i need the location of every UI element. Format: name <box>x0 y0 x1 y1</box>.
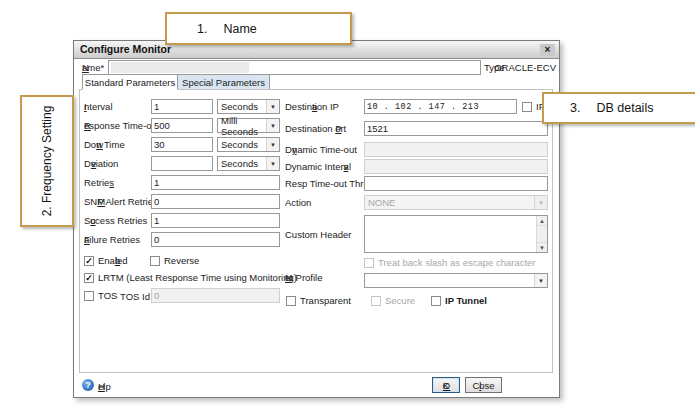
ok-button-label: OK <box>443 380 449 391</box>
ip-tunnel-checkbox[interactable]: IP Tunnel <box>431 295 487 306</box>
net-profile-select[interactable]: ▼ <box>364 273 548 288</box>
secure-checkbox: Secure <box>371 295 415 306</box>
chevron-down-icon: ▼ <box>266 138 279 151</box>
checkbox-label: IP Tunnel <box>445 295 487 306</box>
chevron-down-icon: ▼ <box>266 157 279 170</box>
success-retries-label: Success Retries <box>84 215 147 226</box>
net-profile-label: Net Profile <box>285 272 323 283</box>
page: Configure Monitor × Name* Type ORACLE-EC… <box>0 0 695 409</box>
selected-unit: Seconds <box>221 101 266 112</box>
dynamic-timeout-label: Dynamic Time-out <box>285 144 357 155</box>
selected-unit: Seconds <box>221 139 266 150</box>
action-label: Action <box>285 197 311 208</box>
checkbox-label: Treat back slash as escape character <box>378 257 536 268</box>
transparent-checkbox[interactable]: Transparent <box>286 295 351 306</box>
scroll-down-icon[interactable]: ▼ <box>537 242 547 252</box>
name-label: Name* <box>82 62 104 73</box>
deviation-unit-select[interactable]: Seconds ▼ <box>217 156 280 171</box>
retries-label: Retries <box>84 177 109 188</box>
checkbox-label: LRTM (Least Response Time using Monitori… <box>98 272 297 283</box>
failure-retries-input[interactable] <box>151 232 280 247</box>
tos-id-input[interactable] <box>151 288 280 303</box>
dialog-title: Configure Monitor <box>80 43 171 55</box>
deviation-input[interactable] <box>151 156 213 171</box>
close-button-label: Close <box>472 380 494 391</box>
checkbox-box <box>371 296 381 306</box>
close-button[interactable]: Close <box>465 377 502 393</box>
checkbox-label: Transparent <box>300 295 351 306</box>
tos-checkbox[interactable]: TOS <box>84 290 117 301</box>
destination-ip-label: Destination IP <box>285 101 339 112</box>
dynamic-interval-input <box>364 159 548 174</box>
response-timeout-label: Response Time-out <box>84 120 160 131</box>
enabled-checkbox[interactable]: ✓ Enabled <box>84 255 128 266</box>
success-retries-input[interactable] <box>151 213 280 228</box>
lrtm-checkbox[interactable]: ✓ LRTM (Least Response Time using Monito… <box>84 272 297 283</box>
selected-unit: Milli Seconds <box>221 115 266 137</box>
ok-button[interactable]: OK <box>432 377 460 393</box>
tab-standard-parameters[interactable]: Standard Parameters <box>82 74 178 90</box>
callout-label: 2. Frequency Setting <box>40 106 54 217</box>
failure-retries-label: Failure Retries <box>84 234 140 245</box>
deviation-label: Deviation <box>84 158 118 169</box>
selected-action: NONE <box>368 197 534 208</box>
down-time-input[interactable] <box>151 137 213 152</box>
checkbox-label: Secure <box>385 295 415 306</box>
checkbox-box: ✓ <box>84 256 94 266</box>
help-icon[interactable]: ? <box>82 379 94 391</box>
reverse-checkbox[interactable]: Reverse <box>150 255 199 266</box>
help-link[interactable]: Help <box>98 381 111 392</box>
checkbox-label: TOS <box>98 290 117 301</box>
selected-unit: Seconds <box>221 158 266 169</box>
interval-unit-select[interactable]: Seconds ▼ <box>217 99 280 114</box>
checkbox-box <box>522 102 532 112</box>
tab-label: Standard Parameters <box>85 77 175 88</box>
tos-id-label: TOS Id <box>120 291 150 302</box>
tab-label: Special Parameters <box>182 77 265 88</box>
treat-backslash-checkbox: Treat back slash as escape character <box>364 257 536 268</box>
checkbox-box <box>150 256 160 266</box>
destination-port-input[interactable] <box>364 121 548 136</box>
retries-input[interactable] <box>151 175 280 190</box>
dynamic-timeout-input <box>364 142 548 157</box>
type-value: ORACLE-ECV <box>494 62 556 73</box>
checkbox-label: Reverse <box>164 255 199 266</box>
close-icon[interactable]: × <box>540 44 555 56</box>
interval-input[interactable] <box>151 99 213 114</box>
tab-special-parameters[interactable]: Special Parameters <box>178 74 270 90</box>
configure-monitor-dialog: Configure Monitor × Name* Type ORACLE-EC… <box>73 40 560 398</box>
response-timeout-unit-select[interactable]: Milli Seconds ▼ <box>217 118 280 133</box>
name-value-redaction <box>111 62 249 73</box>
chevron-down-icon: ▼ <box>266 119 279 132</box>
checkbox-box <box>364 258 374 268</box>
chevron-down-icon: ▼ <box>266 100 279 113</box>
scroll-up-icon[interactable]: ▲ <box>537 216 547 226</box>
callout-label: DB details <box>596 101 653 115</box>
interval-label: Interval <box>84 101 113 112</box>
resp-timeout-threshold-input[interactable] <box>364 176 548 191</box>
destination-ip-input[interactable] <box>364 99 517 114</box>
snmp-alert-retries-label: SNMP Alert Retries <box>84 196 158 207</box>
checkbox-box <box>286 296 296 306</box>
custom-header-label: Custom Header <box>285 229 352 240</box>
checkbox-box: ✓ <box>84 273 94 283</box>
snmp-alert-retries-input[interactable] <box>151 194 280 209</box>
destination-port-label: Destination Port <box>285 123 346 134</box>
callout-label: Name <box>223 22 256 36</box>
custom-header-textarea[interactable]: ▲ ▼ <box>364 215 548 253</box>
callout-frequency-setting: 2. Frequency Setting <box>20 95 74 227</box>
down-time-unit-select[interactable]: Seconds ▼ <box>217 137 280 152</box>
chevron-down-icon: ▼ <box>534 274 547 287</box>
checkbox-box <box>431 296 441 306</box>
callout-db-details: 3. DB details <box>542 92 695 124</box>
response-timeout-input[interactable] <box>151 118 213 133</box>
action-select: NONE ▼ <box>364 195 548 210</box>
chevron-down-icon: ▼ <box>534 196 547 209</box>
callout-number: 1. <box>197 22 207 36</box>
checkbox-box <box>84 291 94 301</box>
checkbox-label: Enabled <box>98 255 128 266</box>
callout-name: 1. Name <box>165 12 352 45</box>
callout-number: 3. <box>570 101 580 115</box>
scrollbar[interactable]: ▲ ▼ <box>536 216 547 252</box>
dynamic-interval-label: Dynamic Interval <box>285 161 351 172</box>
